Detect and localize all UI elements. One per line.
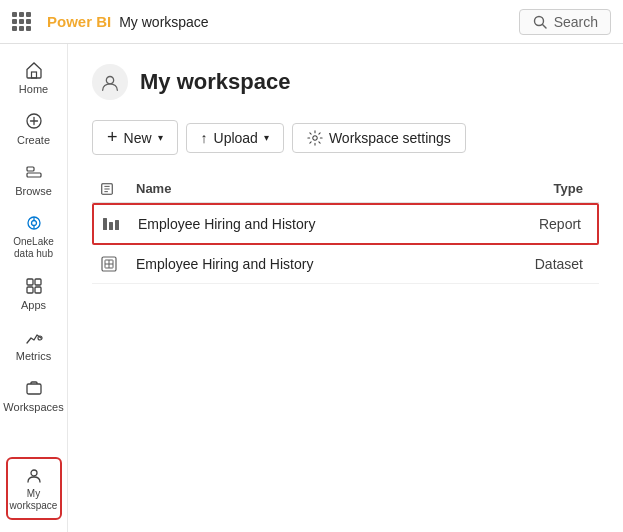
apps-icon xyxy=(24,276,44,296)
report-icon xyxy=(102,215,120,233)
sidebar-item-workspaces[interactable]: Workspaces xyxy=(0,370,67,421)
svg-rect-2 xyxy=(31,72,36,78)
sidebar-item-browse[interactable]: Browse xyxy=(0,154,67,205)
sidebar-item-workspaces-label: Workspaces xyxy=(3,401,63,413)
workspace-settings-button[interactable]: Workspace settings xyxy=(292,123,466,153)
content-header: My workspace xyxy=(92,64,599,100)
browse-icon xyxy=(24,162,44,182)
sidebar-item-apps[interactable]: Apps xyxy=(0,268,67,319)
svg-rect-26 xyxy=(109,222,113,230)
table-row[interactable]: Employee Hiring and History Report xyxy=(92,203,599,245)
new-button[interactable]: + New ▾ xyxy=(92,120,178,155)
col-icon xyxy=(100,182,114,196)
upload-chevron-icon: ▾ xyxy=(264,132,269,143)
svg-rect-27 xyxy=(115,220,119,230)
topbar: Power BI My workspace Search xyxy=(0,0,623,44)
page-title: My workspace xyxy=(140,69,290,95)
row-icon-1 xyxy=(102,215,138,233)
svg-point-18 xyxy=(31,470,37,476)
my-workspace-icon xyxy=(24,465,44,485)
svg-line-1 xyxy=(542,24,546,28)
row-name-1: Employee Hiring and History xyxy=(138,216,469,232)
row-name-2: Employee Hiring and History xyxy=(136,256,471,272)
workspaces-icon xyxy=(24,378,44,398)
upload-button[interactable]: ↑ Upload ▾ xyxy=(186,123,284,153)
topbar-workspace-label: My workspace xyxy=(119,14,208,30)
sidebar-item-onelake[interactable]: OneLake data hub xyxy=(0,205,67,268)
col-type-header: Type xyxy=(471,181,591,196)
svg-rect-25 xyxy=(103,218,107,230)
plus-icon: + xyxy=(107,127,118,148)
new-chevron-icon: ▾ xyxy=(158,132,163,143)
svg-rect-12 xyxy=(27,279,33,285)
row-type-2: Dataset xyxy=(471,256,591,272)
upload-icon: ↑ xyxy=(201,130,208,146)
sidebar-item-home[interactable]: Home xyxy=(0,52,67,103)
svg-rect-13 xyxy=(35,279,41,285)
sidebar-item-onelake-label: OneLake data hub xyxy=(4,236,63,260)
toolbar: + New ▾ ↑ Upload ▾ Workspace settings xyxy=(92,120,599,155)
col-name-header: Name xyxy=(136,181,471,196)
svg-point-20 xyxy=(313,135,317,139)
create-icon xyxy=(24,111,44,131)
svg-point-19 xyxy=(106,77,113,84)
table-row[interactable]: Employee Hiring and History Dataset xyxy=(92,245,599,284)
sidebar-item-create-label: Create xyxy=(17,134,50,146)
brand-logo: Power BI xyxy=(47,13,111,30)
sidebar-item-home-label: Home xyxy=(19,83,48,95)
workspace-avatar-icon xyxy=(99,71,121,93)
sidebar-item-apps-label: Apps xyxy=(21,299,46,311)
data-table: Name Type Employee Hiring and History Re… xyxy=(92,175,599,284)
row-icon-2 xyxy=(100,255,136,273)
search-button[interactable]: Search xyxy=(519,9,611,35)
sidebar-item-my-workspace-label: My workspace xyxy=(10,488,58,512)
upload-button-label: Upload xyxy=(214,130,258,146)
svg-rect-7 xyxy=(27,173,41,177)
dataset-icon xyxy=(100,255,118,273)
gear-icon xyxy=(307,130,323,146)
search-icon xyxy=(532,14,548,30)
metrics-icon xyxy=(24,327,44,347)
main-layout: Home Create Browse OneLake xyxy=(0,44,623,532)
svg-point-9 xyxy=(31,221,36,226)
sidebar: Home Create Browse OneLake xyxy=(0,44,68,532)
svg-rect-17 xyxy=(27,384,41,394)
workspace-settings-label: Workspace settings xyxy=(329,130,451,146)
row-type-1: Report xyxy=(469,216,589,232)
home-icon xyxy=(24,60,44,80)
workspace-avatar xyxy=(92,64,128,100)
sidebar-item-metrics[interactable]: Metrics xyxy=(0,319,67,370)
sidebar-item-create[interactable]: Create xyxy=(0,103,67,154)
table-header: Name Type xyxy=(92,175,599,203)
content-area: My workspace + New ▾ ↑ Upload ▾ Workspac… xyxy=(68,44,623,532)
onelake-icon xyxy=(24,213,44,233)
sidebar-item-my-workspace[interactable]: My workspace xyxy=(6,457,62,520)
app-launcher-icon[interactable] xyxy=(12,12,31,31)
svg-rect-6 xyxy=(27,167,34,171)
sidebar-item-browse-label: Browse xyxy=(15,185,52,197)
svg-rect-15 xyxy=(35,287,41,293)
sidebar-item-metrics-label: Metrics xyxy=(16,350,51,362)
new-button-label: New xyxy=(124,130,152,146)
search-label: Search xyxy=(554,14,598,30)
col-icon-header xyxy=(100,181,136,196)
svg-rect-14 xyxy=(27,287,33,293)
